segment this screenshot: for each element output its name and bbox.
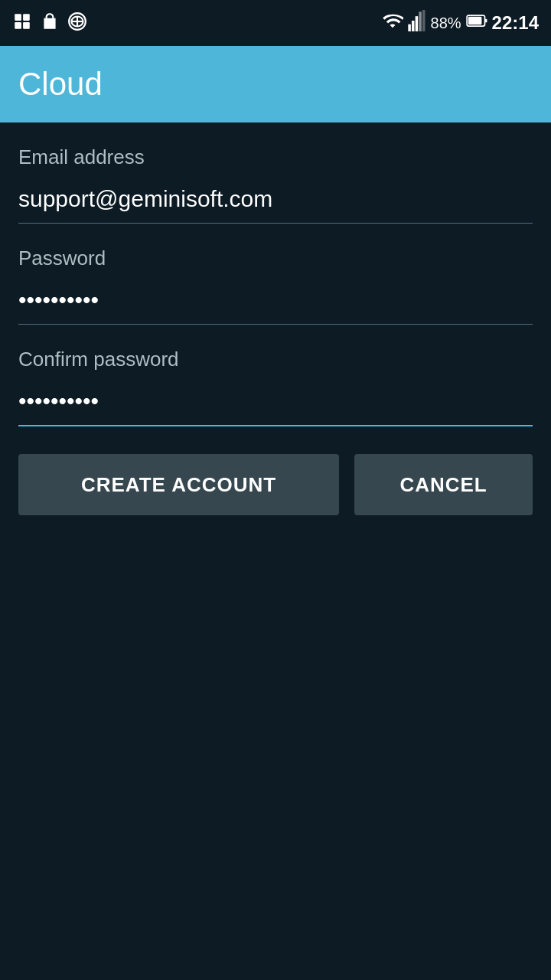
notification-icon-2 [40,11,60,34]
button-row: CREATE ACCOUNT CANCEL [18,454,533,515]
email-field-group: Email address [18,145,533,224]
svg-rect-3 [23,22,30,29]
signal-icon [408,10,426,36]
password-label: Password [18,247,533,270]
status-bar-left [12,11,87,34]
wifi-icon [382,10,403,36]
form-content: Email address Password Confirm password … [0,122,551,534]
svg-rect-0 [15,14,21,21]
notification-icon-1 [12,11,32,34]
svg-rect-10 [419,11,422,31]
status-time: 22:14 [492,12,539,34]
status-bar: 88% 22:14 [0,0,551,46]
password-field-group: Password [18,247,533,325]
confirm-password-label: Confirm password [18,348,533,371]
svg-rect-9 [415,16,418,31]
status-bar-right: 88% 22:14 [382,10,539,36]
app-bar: Cloud [0,46,551,122]
svg-rect-8 [412,21,415,31]
cancel-button[interactable]: CANCEL [354,454,533,515]
confirm-password-input[interactable] [18,381,533,426]
confirm-password-field-group: Confirm password [18,348,533,426]
battery-icon [466,10,487,36]
app-title: Cloud [18,66,103,103]
email-input[interactable] [18,178,533,224]
email-label: Email address [18,145,533,169]
svg-rect-1 [23,14,30,21]
notification-icon-3 [67,11,87,34]
svg-rect-2 [15,22,21,29]
svg-rect-13 [468,17,482,25]
svg-rect-14 [484,19,487,23]
battery-percentage: 88% [431,15,461,32]
svg-rect-7 [408,24,411,31]
create-account-button[interactable]: CREATE ACCOUNT [18,454,339,515]
svg-rect-11 [422,10,425,31]
password-input[interactable] [18,279,533,325]
